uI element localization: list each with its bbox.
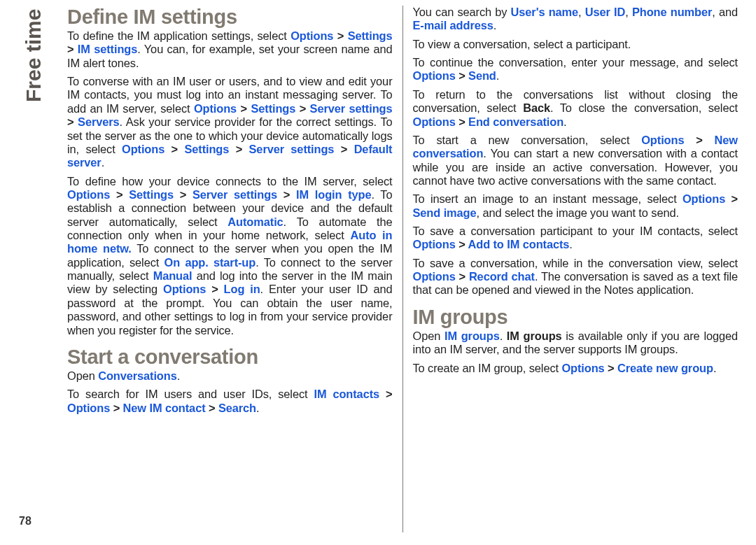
text: To start a new conversation, select [413,134,642,146]
separator: > [456,238,468,250]
menu-path: Record chat [469,270,535,283]
separator: > [110,188,129,201]
separator: > [237,102,251,115]
para: You can search by User's name, User ID, … [413,6,738,33]
menu-path: IM settings [78,43,137,55]
menu-path: Add to IM contacts [468,238,570,250]
menu-path: Options [682,192,725,205]
para: To view a conversation, select a partici… [413,38,738,51]
menu-path: Send image [413,206,477,219]
separator: > [456,270,469,283]
menu-path: Options [413,270,456,283]
option: User's name [511,6,579,18]
menu-path: Send [468,69,496,82]
menu-path: Settings [251,102,295,115]
text: You can search by [413,6,511,18]
option: Automatic [227,215,283,228]
menu-path: New IM contact [123,402,206,414]
para: To return to the conversations list with… [413,88,738,129]
left-column: Define IM settings To define the IM appl… [57,6,403,532]
text: . To close the conversation, select [550,101,738,114]
menu-path: Search [218,402,256,414]
separator: > [684,134,714,146]
menu-path: Server settings [192,188,277,201]
side-label-text: Free time [22,9,46,102]
text: . [177,369,180,382]
text: To continue the conversation, enter your… [413,56,738,69]
menu-path: Server settings [310,102,393,115]
text: , [578,6,585,18]
option: IM groups [444,330,500,342]
para: To converse with an IM user or users, an… [67,75,393,170]
menu-path: Options [561,362,604,374]
manual-page: Free time 78 Define IM settings To defin… [0,0,756,545]
right-column: You can search by User's name, User ID, … [403,6,748,532]
heading-start-conversation: Start a conversation [67,346,393,369]
menu-path: Options [290,29,333,42]
menu-path: Settings [184,143,229,155]
page-number: 78 [19,515,31,528]
menu-path: Options [641,134,684,146]
menu-path: IM contacts [314,388,379,400]
separator: > [110,402,122,414]
menu-path: Settings [348,29,393,42]
menu-path: Server settings [249,143,335,155]
separator: > [229,143,248,155]
menu-path: Options [194,102,237,115]
separator: > [67,115,78,128]
separator: > [456,115,468,128]
para: To save a conversation participant to yo… [413,225,738,252]
text: . [256,402,259,414]
heading-define-im-settings: Define IM settings [67,6,393,29]
option: Manual [153,269,192,282]
option: E-mail address [413,19,493,31]
text: . [564,115,566,128]
text: . [496,69,499,82]
separator: > [379,388,392,400]
text: , [625,6,632,18]
para: To start a new conversation, select Opti… [413,134,738,187]
option: On app. start-up [164,256,256,269]
menu-path: Options [413,69,456,82]
menu-path: Options [163,283,206,295]
menu-path: End conversation [468,115,564,128]
text: To define how your device connects to th… [67,175,393,187]
separator: > [206,402,218,414]
menu-path: Options [413,238,456,250]
para: To save a conversation, while in the con… [413,257,738,297]
text: . [102,156,104,169]
text: To create an IM group, select [413,362,562,374]
separator: > [605,362,617,374]
para: To create an IM group, select Options > … [413,362,738,375]
text: Open [413,330,444,342]
text: To define the IM application settings, s… [67,29,290,42]
para: Open IM groups. IM groups is available o… [413,330,738,357]
text: . [713,362,716,374]
para: To define the IM application settings, s… [67,29,393,70]
separator: > [333,29,347,42]
text: , and [712,6,738,18]
menu-path: Servers [78,115,119,128]
separator: > [725,192,738,205]
separator: > [174,188,192,201]
menu-path: Log in [224,283,260,295]
menu-path: Options [67,188,110,201]
separator: > [67,43,78,55]
option: IM groups [507,330,562,342]
separator: > [277,188,296,201]
menu-path: Options [67,402,110,414]
para: To search for IM users and user IDs, sel… [67,388,393,415]
menu-path: Settings [129,188,174,201]
text: To search for IM users and user IDs, sel… [67,388,314,400]
menu-path: Options [413,115,456,128]
text: , and select the image you want to send. [477,206,679,219]
text: . [493,19,496,31]
para: Open Conversations. [67,369,393,383]
separator: > [206,283,223,295]
separator: > [295,102,309,115]
option: User ID [585,6,625,18]
option: Conversations [98,369,177,382]
menu-path: Create new group [617,362,713,374]
text: . [500,330,507,342]
para: To continue the conversation, enter your… [413,56,738,83]
